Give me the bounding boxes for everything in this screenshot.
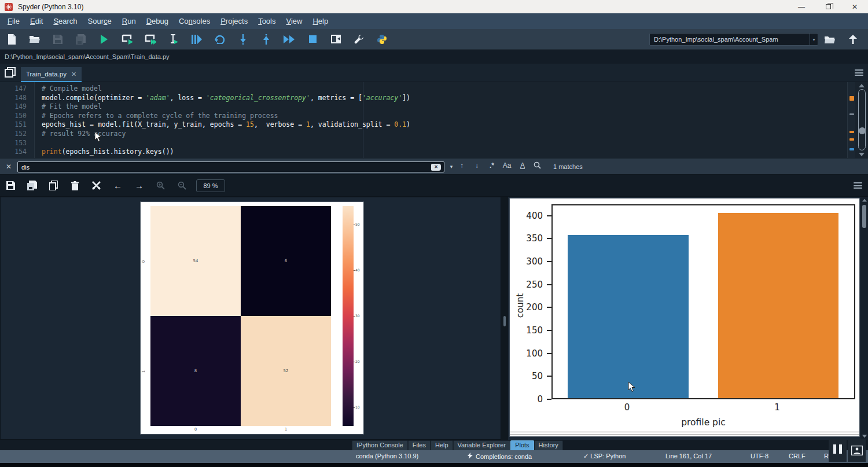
find-next-button[interactable]: ↓ [471, 161, 483, 170]
y-axis-label: count [515, 282, 525, 329]
save-all-plots-button[interactable] [21, 177, 43, 194]
pane-tab-bar: IPython ConsoleFilesHelpVariable Explore… [0, 440, 868, 450]
window-title: Spyder (Python 3.10) [18, 3, 83, 11]
chevron-down-icon[interactable]: ▾ [810, 34, 818, 45]
main-toolbar: D:\Python_Imp\social_spam\Account_Spam ▾ [0, 29, 868, 50]
menu-run[interactable]: Run [117, 15, 141, 27]
menu-consoles[interactable]: Consoles [174, 15, 215, 27]
history-caret-icon[interactable]: ▾ [446, 164, 457, 170]
status-check: ✓ LSP: Python [583, 453, 626, 460]
whole-words-button[interactable]: A [517, 161, 528, 170]
pane-tab-help[interactable]: Help [431, 440, 453, 450]
regex-toggle-button[interactable]: .* [486, 161, 498, 170]
presenter-button[interactable] [848, 439, 866, 462]
menu-view[interactable]: View [281, 15, 308, 27]
step-into-button[interactable] [231, 30, 255, 49]
menu-file[interactable]: File [2, 15, 25, 27]
preferences-button[interactable] [347, 30, 370, 49]
pane-tab-variable-explorer[interactable]: Variable Explorer [453, 440, 511, 450]
step-return-button[interactable] [255, 30, 278, 49]
copy-plot-button[interactable] [43, 177, 64, 194]
new-file-button[interactable] [0, 30, 23, 49]
case-sensitive-button[interactable]: Aa [501, 161, 513, 170]
remove-plot-button[interactable] [64, 177, 86, 194]
pane-tab-ipython-console[interactable]: IPython Console [352, 440, 408, 450]
browse-directory-button[interactable] [818, 30, 841, 49]
stop-icon [309, 35, 317, 43]
tab-train-data[interactable]: Train_data.py ✕ [21, 67, 82, 82]
pane-tab-plots[interactable]: Plots [510, 440, 534, 450]
colorbar-tick: 10 [355, 405, 360, 409]
line-number: 147 [0, 84, 27, 94]
restore-button[interactable] [815, 0, 841, 13]
run-cell-advance-button[interactable] [139, 30, 162, 49]
code-line: 153 [0, 139, 868, 148]
menu-source[interactable]: Source [83, 15, 117, 27]
menu-debug[interactable]: Debug [141, 15, 174, 27]
open-file-button[interactable] [23, 30, 46, 49]
find-previous-button[interactable]: ↑ [456, 161, 468, 170]
menu-help[interactable]: Help [307, 15, 333, 27]
remove-all-plots-button[interactable] [86, 177, 107, 194]
run-selection-button[interactable] [162, 30, 185, 49]
plots-main-view[interactable]: 54685201011020304050 [0, 197, 501, 440]
scroll-up-icon[interactable] [862, 199, 867, 202]
y-tick-mark [547, 307, 551, 308]
hamburger-icon [854, 182, 862, 189]
file-path: D:\Python_Imp\social_spam\Account_Spam\T… [5, 53, 170, 60]
run-cell-button[interactable] [116, 30, 139, 49]
pane-tab-history[interactable]: History [534, 440, 563, 450]
browse-tabs-button[interactable] [5, 67, 17, 79]
editor-options-button[interactable] [855, 69, 863, 76]
clear-search-icon[interactable]: ✕ [431, 164, 441, 171]
minimize-button[interactable]: — [788, 0, 815, 13]
run-cell-icon [122, 34, 133, 45]
run-again-button[interactable] [208, 30, 231, 49]
presenter-icon [851, 446, 863, 455]
y-tick-mark [547, 399, 551, 400]
debug-file-button[interactable] [185, 30, 208, 49]
previous-plot-button[interactable]: ← [107, 177, 128, 194]
save-all-button[interactable] [69, 30, 93, 49]
search-icon[interactable] [531, 161, 543, 171]
continue-button[interactable] [278, 30, 301, 49]
save-plot-icon [6, 181, 15, 190]
save-button[interactable] [46, 30, 69, 49]
find-close-button[interactable]: ✕ [3, 163, 14, 171]
menu-projects[interactable]: Projects [215, 15, 253, 27]
next-plot-button[interactable]: → [128, 177, 150, 194]
zoom-in-button[interactable] [150, 177, 171, 194]
close-button[interactable]: ✕ [841, 0, 868, 13]
menu-tools[interactable]: Tools [253, 15, 281, 27]
scrollbar-thumb[interactable] [862, 205, 866, 228]
code-editor[interactable]: 147# Compile model148model.compile(optim… [0, 82, 868, 158]
maximize-pane-button[interactable] [324, 30, 347, 49]
working-directory-combo[interactable]: D:\Python_Imp\social_spam\Account_Spam ▾ [649, 33, 818, 46]
working-directory-value: D:\Python_Imp\social_spam\Account_Spam [650, 36, 810, 43]
menu-search[interactable]: Search [48, 15, 82, 27]
tab-close-icon[interactable]: ✕ [71, 71, 76, 78]
colorbar-tick: 20 [355, 359, 360, 363]
plots-options-button[interactable] [854, 182, 862, 189]
code-line: 151epochs_hist = model.fit(X_train, y_tr… [0, 120, 868, 130]
status-utf-8: UTF-8 [751, 453, 768, 459]
menu-edit[interactable]: Edit [25, 15, 48, 27]
pause-button[interactable] [829, 439, 847, 462]
plots-scrollbar[interactable] [860, 197, 868, 440]
find-input[interactable]: dis ✕ [17, 161, 444, 172]
stop-button[interactable] [301, 30, 324, 49]
status-bar: conda (Python 3.10.9)Completions: conda✓… [0, 450, 868, 463]
zoom-out-button[interactable] [171, 177, 193, 194]
python-env-button[interactable] [370, 30, 393, 49]
open-folder-icon [30, 35, 41, 43]
run-file-button[interactable] [93, 30, 116, 49]
pane-splitter[interactable] [501, 197, 508, 440]
copy-icon [49, 181, 58, 190]
scroll-down-icon[interactable] [862, 435, 867, 438]
save-plot-button[interactable] [0, 177, 21, 194]
pane-tab-files[interactable]: Files [408, 440, 431, 450]
parent-directory-button[interactable] [841, 30, 865, 49]
plots-zoomed-view[interactable]: 05010015020025030035040001profile piccou… [508, 197, 868, 440]
file-path-bar: D:\Python_Imp\social_spam\Account_Spam\T… [0, 50, 868, 64]
zoom-level-box[interactable]: 89 % [196, 179, 225, 192]
